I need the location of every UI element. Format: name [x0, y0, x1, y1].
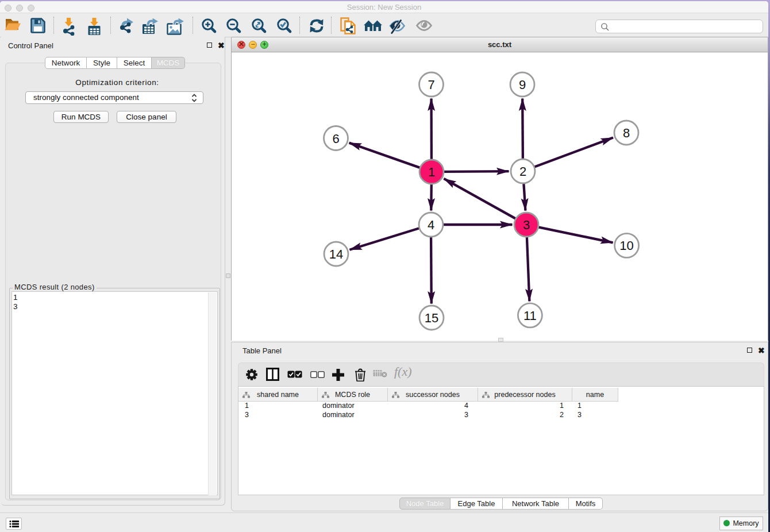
svg-text:9: 9 — [519, 78, 526, 92]
svg-text:11: 11 — [523, 309, 537, 323]
svg-text:1: 1 — [428, 165, 435, 179]
svg-text:4: 4 — [428, 218, 434, 232]
svg-text:6: 6 — [332, 132, 339, 146]
svg-text:14: 14 — [329, 247, 343, 261]
svg-text:3: 3 — [523, 218, 530, 232]
svg-text:15: 15 — [425, 311, 438, 325]
svg-text:7: 7 — [428, 78, 434, 92]
svg-text:10: 10 — [619, 238, 633, 253]
svg-text:8: 8 — [623, 126, 630, 140]
svg-text:2: 2 — [519, 164, 526, 179]
